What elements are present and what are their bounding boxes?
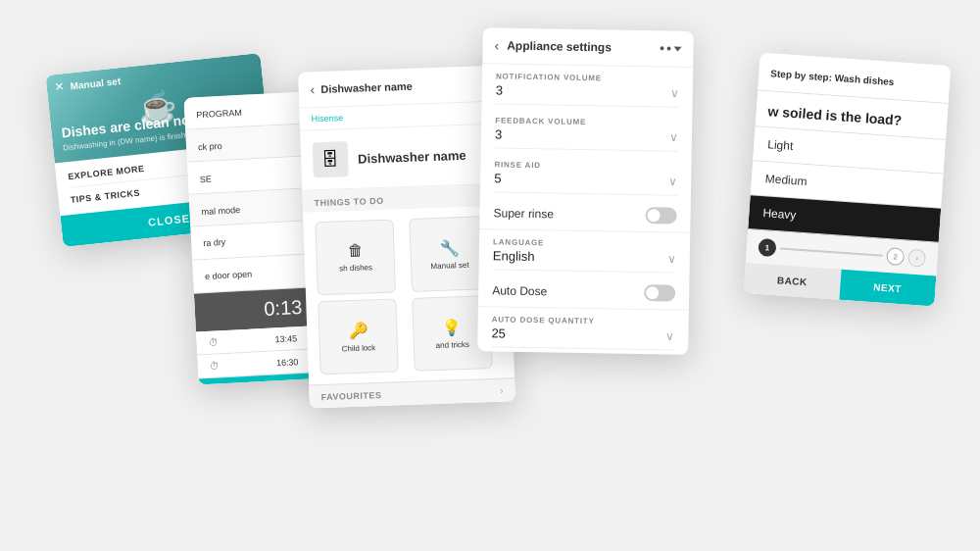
next-button[interactable]: NEXT: [839, 270, 936, 307]
row-label: mal mode: [201, 205, 240, 217]
todo-icon: 🔑: [348, 321, 368, 340]
super-rinse-label: Super rinse: [493, 206, 554, 221]
device-name-section: 🗄 Dishwasher name: [300, 124, 508, 190]
chevron-down-icon: ∨: [668, 175, 677, 188]
todo-label: sh dishes: [339, 263, 372, 273]
back-arrow-icon[interactable]: ‹: [494, 37, 499, 53]
todo-icon: 🔧: [439, 238, 460, 258]
setting-row[interactable]: 3 ∨: [496, 80, 679, 107]
notification-volume-section: NOTIFICATION VOLUME 3 ∨: [481, 64, 693, 112]
header-left: ‹ Dishwasher name: [310, 78, 413, 98]
menu-dots-container: [661, 46, 682, 51]
super-rinse-row: Super rinse: [479, 196, 691, 233]
setting-value: 5: [494, 171, 501, 185]
setting-value: English: [493, 248, 535, 264]
card-appliance-settings: ‹ Appliance settings NOTIFICATION VOLUME…: [477, 27, 694, 355]
auto-dose-row: Auto Dose: [478, 274, 690, 311]
setting-value: 3: [496, 82, 503, 97]
chevron-down-icon: ∨: [669, 130, 678, 144]
super-rinse-toggle[interactable]: [645, 207, 676, 225]
row-label: PROGRAM: [196, 108, 242, 120]
auto-dose-label: Auto Dose: [492, 283, 547, 298]
rinse-aid-section: RINSE AID 5 ∨: [480, 152, 692, 200]
setting-row[interactable]: 5 ∨: [494, 169, 677, 195]
card-title: Manual set: [70, 75, 122, 91]
setting-value: 3: [495, 126, 502, 141]
chevron-down-icon: ∨: [667, 252, 676, 266]
todo-icon: 🗑: [347, 242, 364, 261]
timer-value: 16:30: [276, 357, 299, 368]
tips-label: TIPS & TRICKS: [70, 187, 140, 204]
setting-row[interactable]: English ∨: [493, 246, 676, 273]
language-section: LANGUAGE English ∨: [479, 229, 691, 277]
close-icon[interactable]: ✕: [54, 79, 65, 94]
todo-label: Manual set: [430, 260, 468, 270]
todo-item[interactable]: 🔑 Child lock: [318, 298, 399, 375]
chevron-down-icon: ∨: [665, 329, 674, 343]
toggle-label: e door open: [205, 269, 253, 281]
timer-icon: ⏱: [210, 360, 220, 372]
step-progress-line: [780, 247, 883, 256]
menu-icon[interactable]: [661, 46, 682, 51]
step-1-indicator: 1: [758, 238, 776, 257]
favourites-label: FAVOURITES: [320, 389, 381, 401]
header-title: Appliance settings: [507, 39, 612, 55]
auto-dose-toggle[interactable]: [644, 284, 675, 302]
timer-value: 13:45: [274, 333, 297, 344]
row-label: SE: [200, 175, 213, 185]
device-name-label: Dishwasher name: [358, 147, 466, 166]
header-title: Step by step: Wash dishes: [770, 68, 895, 87]
toggle-label: ra dry: [203, 236, 226, 247]
card-header: ‹ Appliance settings: [482, 27, 694, 68]
row-label: ck pro: [198, 141, 222, 152]
step-2-indicator: 2: [886, 247, 905, 266]
setting-row[interactable]: 3 ∨: [495, 125, 678, 151]
next-arrow-icon: ›: [907, 249, 926, 268]
setting-value: 25: [491, 326, 506, 340]
feedback-volume-section: FEEDBACK VOLUME 3 ∨: [481, 108, 693, 156]
todo-icon: 💡: [442, 318, 463, 337]
scene: ✕ Manual set ☕ Dishes are clean now. Dis…: [0, 0, 980, 551]
auto-dose-qty-section: AUTO DOSE QUANTITY 25 ∨: [477, 307, 689, 355]
todo-label: and tricks: [436, 339, 470, 349]
setting-row[interactable]: 25 ∨: [491, 324, 674, 350]
device-icon: 🗄: [313, 141, 349, 177]
todo-label: Child lock: [341, 343, 375, 353]
timer-icon: ⏱: [208, 336, 219, 348]
todo-item[interactable]: 🗑 sh dishes: [315, 219, 396, 295]
header-title: Dishwasher name: [320, 80, 413, 95]
favourites-arrow-icon: ›: [500, 385, 504, 396]
back-button[interactable]: BACK: [744, 263, 841, 300]
chevron-down-icon: ∨: [670, 86, 679, 100]
card-step-by-step: Step by step: Wash dishes w soiled is th…: [744, 52, 952, 306]
back-arrow-icon[interactable]: ‹: [310, 81, 315, 97]
